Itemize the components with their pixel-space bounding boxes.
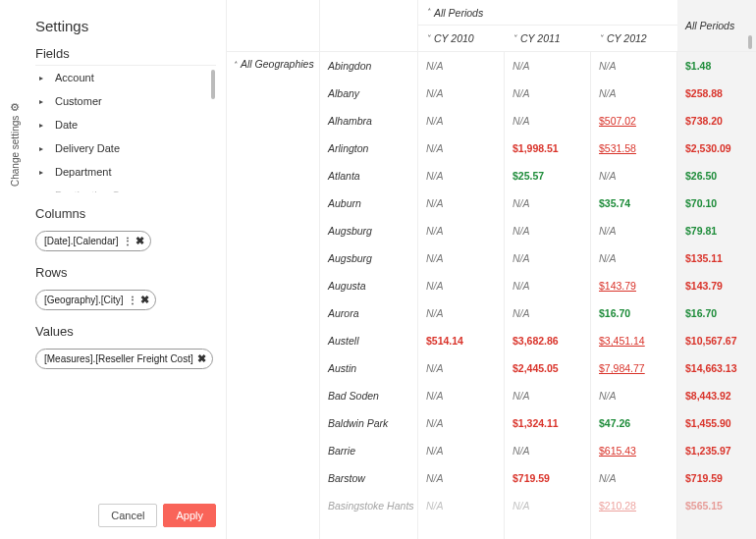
- header-year-2010[interactable]: ˅CY 2010: [418, 26, 505, 51]
- chip-remove-icon[interactable]: ✖: [135, 235, 144, 247]
- total-cell: $10,567.67: [677, 327, 756, 354]
- caret-right-icon: ▸: [37, 74, 45, 82]
- values-title: Values: [35, 324, 216, 339]
- row-name[interactable]: Austin: [320, 354, 417, 382]
- data-cell: N/A: [418, 107, 504, 135]
- grid-scrollbar[interactable]: [748, 35, 752, 49]
- data-cell: N/A: [418, 52, 504, 80]
- row-name[interactable]: Austell: [320, 327, 417, 354]
- caret-down-icon: ˅: [513, 34, 516, 43]
- grid-header: ˄All Periods ˅CY 2010 ˅CY 2011 ˅CY 2012 …: [227, 0, 756, 52]
- row-name[interactable]: Albany: [320, 80, 417, 107]
- field-account[interactable]: ▸Account: [35, 66, 216, 89]
- row-name[interactable]: Basingstoke Hants: [320, 492, 417, 519]
- fields-scrollbar[interactable]: [211, 70, 215, 99]
- chip-menu-icon[interactable]: ⋮: [128, 295, 136, 305]
- field-label: Department: [55, 166, 111, 178]
- row-name[interactable]: Barstow: [320, 464, 417, 492]
- settings-title: Settings: [35, 18, 216, 34]
- data-cell: N/A: [418, 244, 504, 272]
- data-cell[interactable]: $531.58: [591, 135, 676, 162]
- field-destination-currency[interactable]: ▸Destination Currency: [35, 184, 216, 192]
- caret-right-icon: ▸: [37, 121, 45, 130]
- data-cell: N/A: [591, 80, 676, 107]
- total-cell: $26.50: [677, 162, 756, 189]
- apply-button[interactable]: Apply: [163, 504, 216, 527]
- field-date[interactable]: ▸Date: [35, 113, 216, 136]
- data-cell: N/A: [505, 382, 590, 409]
- caret-right-icon: ▸: [37, 97, 45, 106]
- field-department[interactable]: ▸Department: [35, 160, 216, 184]
- data-cell[interactable]: $507.02: [591, 107, 676, 135]
- data-cell[interactable]: $3,451.14: [591, 327, 676, 354]
- data-cell: $16.70: [591, 299, 676, 327]
- total-cell: $1.48: [677, 52, 756, 80]
- caret-down-icon: ˅: [599, 34, 603, 43]
- row-name[interactable]: Bad Soden: [320, 382, 417, 409]
- columns-title: Columns: [35, 206, 216, 221]
- caret-right-icon: ▸: [37, 191, 45, 193]
- data-cell: N/A: [505, 217, 590, 244]
- row-name[interactable]: Barrie: [320, 437, 417, 464]
- row-name[interactable]: Arlington: [320, 135, 417, 162]
- field-delivery-date[interactable]: ▸Delivery Date: [35, 136, 216, 160]
- caret-up-icon: ˄: [233, 61, 237, 70]
- values-chip[interactable]: [Measures].[Reseller Freight Cost] ✖: [35, 349, 213, 369]
- field-label: Delivery Date: [55, 142, 120, 154]
- data-cell: N/A: [505, 299, 590, 327]
- data-cell: $1,324.11: [505, 409, 590, 437]
- total-cell: $70.10: [677, 189, 756, 217]
- total-cell: $1,455.90: [677, 409, 756, 437]
- total-cell: $738.20: [677, 107, 756, 135]
- data-cell: N/A: [418, 272, 504, 299]
- row-name[interactable]: Auburn: [320, 189, 417, 217]
- caret-right-icon: ▸: [37, 144, 45, 153]
- row-name[interactable]: Augusta: [320, 272, 417, 299]
- header-all-periods[interactable]: ˄All Periods: [418, 7, 677, 19]
- row-name[interactable]: Abingdon: [320, 52, 417, 80]
- data-cell: N/A: [591, 244, 676, 272]
- row-name[interactable]: Augsburg: [320, 217, 417, 244]
- header-year-2011[interactable]: ˅CY 2011: [505, 26, 591, 51]
- total-cell: $79.81: [677, 217, 756, 244]
- header-year-2012[interactable]: ˅CY 2012: [591, 26, 677, 51]
- field-label: Date: [55, 119, 78, 131]
- data-cell: $3,682.86: [505, 327, 590, 354]
- field-customer[interactable]: ▸Customer: [35, 89, 216, 113]
- data-cell: N/A: [418, 135, 504, 162]
- caret-up-icon: ˄: [426, 8, 430, 17]
- data-cell[interactable]: $143.79: [591, 272, 676, 299]
- data-cell: N/A: [418, 162, 504, 189]
- data-cell: N/A: [418, 437, 504, 464]
- data-cell: N/A: [505, 189, 590, 217]
- total-cell: $2,530.09: [677, 135, 756, 162]
- data-cell[interactable]: $615.43: [591, 437, 676, 464]
- data-cell: N/A: [418, 299, 504, 327]
- chip-menu-icon[interactable]: ⋮: [123, 236, 132, 246]
- data-cell: $2,445.05: [505, 354, 590, 382]
- row-name[interactable]: Baldwin Park: [320, 409, 417, 437]
- data-cell: N/A: [591, 382, 676, 409]
- data-cell: N/A: [418, 492, 504, 519]
- row-group-all-geographies[interactable]: ˄ All Geographies: [227, 52, 320, 539]
- rows-chip[interactable]: [Geography].[City] ⋮ ✖: [35, 290, 156, 310]
- row-name[interactable]: Atlanta: [320, 162, 417, 189]
- data-cell: N/A: [591, 464, 676, 492]
- data-cell: N/A: [505, 492, 590, 519]
- total-cell: $565.15: [677, 492, 756, 519]
- data-cell: N/A: [418, 409, 504, 437]
- data-cell[interactable]: $210.28: [591, 492, 676, 519]
- chip-remove-icon[interactable]: ✖: [140, 294, 149, 306]
- data-cell: $1,998.51: [505, 135, 590, 162]
- chip-remove-icon[interactable]: ✖: [197, 352, 206, 365]
- cancel-button[interactable]: Cancel: [98, 504, 157, 527]
- row-name[interactable]: Alhambra: [320, 107, 417, 135]
- data-cell: N/A: [505, 437, 590, 464]
- data-cell[interactable]: $7,984.77: [591, 354, 676, 382]
- row-name[interactable]: Augsburg: [320, 244, 417, 272]
- columns-chip[interactable]: [Date].[Calendar] ⋮ ✖: [35, 231, 151, 251]
- caret-right-icon: ▸: [37, 168, 45, 177]
- total-cell: $258.88: [677, 80, 756, 107]
- data-cell: N/A: [418, 80, 504, 107]
- row-name[interactable]: Aurora: [320, 299, 417, 327]
